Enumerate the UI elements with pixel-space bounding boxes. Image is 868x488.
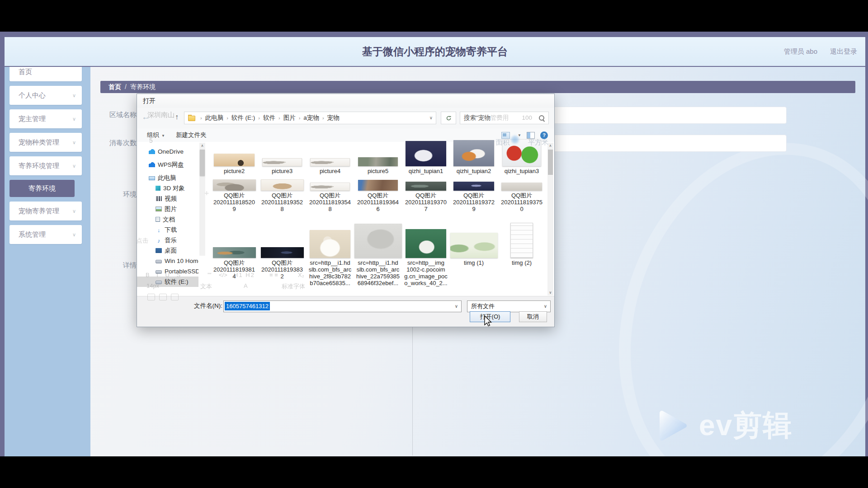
breadcrumb-home[interactable]: 首页	[108, 83, 121, 90]
tree-item[interactable]: 桌面	[137, 245, 198, 256]
crumb-separator-icon: ›	[278, 115, 280, 121]
scroll-up-icon[interactable]: ∧	[199, 143, 205, 149]
filename-selected-text: 1605757461312	[225, 302, 270, 310]
address-crumb[interactable]: a宠物	[303, 114, 319, 121]
address-crumb[interactable]: 此电脑	[205, 114, 224, 121]
file-thumbnail	[450, 233, 498, 258]
file-name-line: timg (2)	[498, 259, 545, 266]
file-item[interactable]: QQ图片20201118193548	[306, 179, 354, 212]
file-thumbnail-wrap	[453, 179, 494, 191]
file-thumbnail-wrap	[262, 142, 302, 166]
logout-link[interactable]: 退出登录	[830, 47, 857, 56]
address-crumb[interactable]: 软件 (E:)	[231, 114, 255, 121]
chevron-down-icon: ∨	[72, 202, 76, 221]
tree-item[interactable]: 文档	[137, 214, 198, 225]
preview-pane-icon[interactable]	[527, 132, 535, 139]
sidebar-item-label: 首页	[19, 67, 32, 81]
desktop-icon	[156, 248, 162, 253]
filename-dropdown-icon[interactable]: ∨	[455, 301, 458, 312]
address-crumb[interactable]: 软件	[263, 114, 275, 121]
filename-input[interactable]: 1605757461312 ∨	[223, 300, 462, 312]
file-item[interactable]: QQ图片20201118193750	[498, 179, 546, 212]
view-caret-icon[interactable]: ▼	[518, 133, 521, 137]
file-item[interactable]: qizhi_tupian1	[402, 142, 450, 174]
tree-item[interactable]: 视频	[137, 193, 198, 204]
cancel-button[interactable]: 取消	[519, 311, 547, 322]
sidebar-item[interactable]: 寄养环境管理∨	[9, 156, 82, 175]
file-name-line: src=http__i1.hd	[307, 259, 354, 266]
address-crumb[interactable]: 宠物	[327, 114, 340, 121]
tree-item-label: 3D 对象	[163, 185, 185, 192]
scroll-down-icon[interactable]: ∨	[547, 290, 553, 296]
glyph-icon: ♪	[156, 239, 162, 244]
sidebar-item[interactable]: 系统管理∨	[9, 225, 82, 244]
file-item[interactable]: picture5	[354, 142, 402, 174]
file-item[interactable]: QQ图片20201118193528	[258, 179, 306, 212]
sidebar-item[interactable]: 个人中心∨	[9, 86, 82, 105]
sidebar-item[interactable]: 宠物寄养管理∨	[9, 202, 82, 221]
file-item[interactable]: QQ图片20201118193646	[354, 179, 402, 212]
file-item[interactable]: qizhi_tupian2	[450, 142, 498, 174]
address-dropdown-icon[interactable]: ∨	[429, 112, 433, 124]
dialog-titlebar[interactable]: 打开	[137, 94, 554, 108]
tree-item[interactable]: ↓下载	[137, 225, 198, 235]
file-name: QQ图片20201118193548	[307, 192, 354, 212]
sidebar-item-label: 宠物种类管理	[19, 133, 59, 152]
file-item[interactable]: picture3	[258, 142, 306, 174]
file-item[interactable]: src=http__i1.hdslb.com_bfs_archive_2f8c3…	[306, 229, 354, 286]
file-item[interactable]: src=http__img1002-c.pocoimg.cn_image_poc…	[402, 229, 450, 286]
sidebar-item[interactable]: 宠物种类管理∨	[9, 133, 82, 152]
file-name-line: QQ图片	[450, 192, 497, 199]
sidebar-item[interactable]: 宠主管理∨	[9, 109, 82, 128]
file-name-line: QQ图片	[211, 259, 258, 266]
tree-item[interactable]: WPS网盘	[137, 160, 198, 170]
tree-item[interactable]: Win 10 Home	[137, 256, 198, 266]
file-row: QQ图片20201118185209QQ图片20201118193528QQ图片…	[210, 179, 546, 212]
file-thumbnail	[358, 180, 398, 191]
tree-scrollbar-thumb[interactable]	[200, 150, 205, 176]
grid-scrollbar-thumb[interactable]	[548, 150, 553, 175]
up-icon[interactable]: ↑	[175, 113, 179, 121]
file-item[interactable]: picture2	[210, 142, 258, 174]
file-thumbnail-wrap	[453, 142, 494, 166]
tree-scrollbar[interactable]: ∧	[199, 143, 205, 256]
file-thumbnail-wrap	[261, 229, 304, 258]
address-bar[interactable]: ›此电脑›软件 (E:)›软件›图片›a宠物›宠物 ∨	[184, 112, 436, 124]
file-item[interactable]: QQ图片20201118193729	[450, 179, 498, 212]
file-item[interactable]: picture4	[306, 142, 354, 174]
tree-item[interactable]: 3D 对象	[137, 183, 198, 193]
file-item[interactable]: QQ图片20201118185209	[210, 179, 258, 212]
file-item[interactable]: timg (2)	[498, 229, 546, 286]
tree-item[interactable]: OneDrive	[137, 146, 198, 157]
sidebar-item[interactable]: 首页	[9, 67, 82, 81]
file-name-line: 0	[498, 206, 545, 212]
tree-item[interactable]: 图片	[137, 204, 198, 214]
new-folder-button[interactable]: 新建文件夹	[176, 128, 207, 142]
file-name-line: qizhi_tupian2	[450, 168, 497, 174]
page-title: 基于微信小程序的宠物寄养平台	[5, 37, 865, 66]
file-item[interactable]: timg (1)	[450, 229, 498, 286]
cloud-icon	[149, 149, 155, 154]
file-name-line: 2020111819370	[402, 199, 449, 206]
refresh-button[interactable]	[441, 112, 456, 124]
tree-item[interactable]: 此电脑	[137, 173, 198, 183]
sidebar-item-active[interactable]: 寄养环境	[9, 180, 75, 197]
ghost-editor-bius: B I U S	[146, 272, 183, 278]
file-item[interactable]: src=http__i1.hdslb.com_bfs_archive_22a75…	[354, 229, 402, 286]
chevron-down-icon: ∨	[72, 225, 76, 244]
file-item[interactable]: QQ图片20201118193707	[402, 179, 450, 212]
file-name: QQ图片20201118185209	[211, 192, 258, 212]
film-icon	[156, 196, 162, 201]
help-icon[interactable]: ?	[540, 131, 548, 139]
grid-scrollbar[interactable]: ∧ ∨	[547, 143, 553, 296]
address-crumb[interactable]: 图片	[283, 114, 296, 121]
tree-item-label: 音乐	[165, 237, 177, 244]
ghost-image-icon	[159, 294, 167, 300]
dialog-body: OneDriveWPS网盘此电脑3D 对象视频图片文档↓下载♪音乐桌面Win 1…	[137, 142, 554, 296]
dialog-title: 打开	[143, 97, 156, 105]
file-thumbnail-wrap	[310, 229, 350, 258]
search-input[interactable]: 搜索"宠物管费用 100	[460, 112, 549, 124]
filetype-select[interactable]: 所有文件 ∨	[467, 300, 551, 312]
file-name-line: QQ图片	[498, 192, 545, 199]
thumbnail-view-icon[interactable]	[501, 132, 510, 139]
